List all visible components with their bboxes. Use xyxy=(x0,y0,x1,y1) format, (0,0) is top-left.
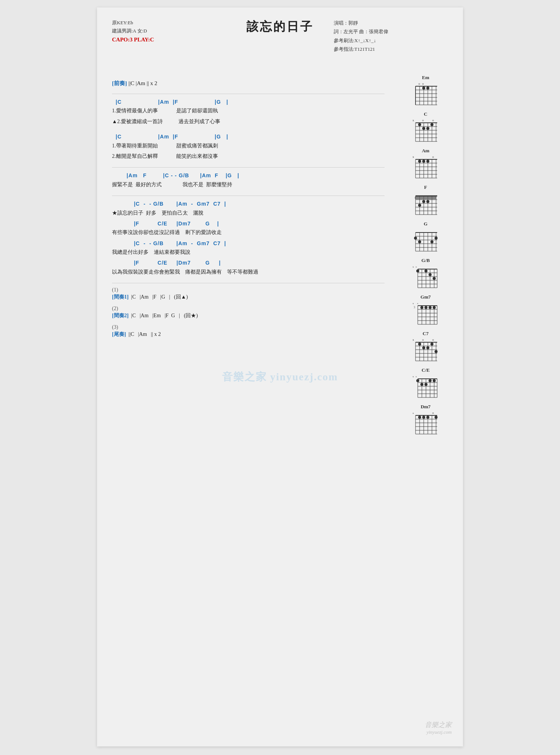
svg-point-52 xyxy=(426,160,429,163)
chord-diagrams: Em o o xyxy=(396,75,455,435)
svg-point-121 xyxy=(433,306,436,309)
outro-chords: ||C |Am || x 2 xyxy=(127,331,161,337)
svg-point-157 xyxy=(420,383,423,386)
prelude-line: [前奏] ||C |Am || x 2 xyxy=(112,80,385,87)
svg-text:x: x xyxy=(413,338,414,341)
svg-point-101 xyxy=(429,273,432,276)
svg-text:o: o xyxy=(422,338,424,341)
suggestion: 建議男調:A 女:D xyxy=(112,27,154,35)
svg-point-160 xyxy=(433,379,436,382)
chorus-lyric1: ★該忘的日子 好多 更怕自己太 灑脫 xyxy=(112,209,385,217)
svg-point-35 xyxy=(430,123,433,126)
watermark-sub: yinyuezj.com xyxy=(425,729,452,735)
prechorus-section: |Am F |C - - G/B |Am F |G | 握緊不是 最好的方式 我… xyxy=(112,171,385,189)
svg-point-176 xyxy=(422,416,425,419)
chord-f-label: F xyxy=(424,184,427,190)
svg-text:3: 3 xyxy=(414,306,415,309)
chorus-lyric2: 有些事沒說你卻也從沒記得過 剩下的愛請收走 xyxy=(112,228,385,237)
svg-text:x: x xyxy=(416,265,417,268)
svg-point-33 xyxy=(422,127,425,130)
interlude1-label: [間奏1] xyxy=(112,294,128,300)
svg-point-83 xyxy=(430,240,433,243)
verse2-lyric2: 2.離開是幫自己解釋 能笑的出來都沒事 xyxy=(112,152,385,160)
watermark: 音樂之家 yinyuezj.com xyxy=(425,720,452,735)
chorus-chord3: |C - - G/B |Am - Gm7 C7 | xyxy=(112,239,385,247)
svg-point-138 xyxy=(422,346,425,349)
verse2-chord: |C |Am |F |G | xyxy=(112,132,385,141)
chord-gb-label: G/B xyxy=(421,258,430,263)
verse1-section: |C |Am |F |G | 1.愛情裡最傷人的事 是認了錯卻還固執 ▲2.愛被… xyxy=(112,98,385,126)
chord-gb: G/B x x xyxy=(396,258,455,289)
verse2-lyric1: 1.帶著期待重新開始 甜蜜或痛苦都諷刺 xyxy=(112,142,385,150)
interlude2-chords: |C |Am |Em |F G | (回★) xyxy=(130,313,198,318)
svg-point-16 xyxy=(422,87,425,90)
svg-text:o: o xyxy=(432,411,434,415)
chord-f: F xyxy=(396,184,455,216)
chord-c7: C7 x o o xyxy=(396,331,455,362)
content-area: [前奏] ||C |Am || x 2 |C |Am |F |G | 1.愛情裡… xyxy=(112,80,385,338)
svg-point-84 xyxy=(435,237,438,240)
svg-point-137 xyxy=(418,343,421,346)
prelude-chords: ||C |Am || x 2 xyxy=(128,80,158,86)
outro: (3) [尾奏] ||C |Am || x 2 xyxy=(112,324,385,338)
chorus-chord1: |C - - G/B |Am - Gm7 C7 | xyxy=(112,200,385,208)
svg-point-50 xyxy=(418,160,421,163)
outro-number: (3) xyxy=(112,324,385,330)
finger-pattern: 參考指法:T121T121 xyxy=(334,45,388,53)
svg-point-140 xyxy=(430,343,433,346)
chord-dm7-label: Dm7 xyxy=(421,404,431,410)
svg-text:x: x xyxy=(413,155,414,159)
chorus-chord4: |F C/E |Dm7 G | xyxy=(112,259,385,267)
chord-gm7: Gm7 x x 3 xyxy=(396,294,455,325)
svg-text:o: o xyxy=(419,82,420,85)
original-key: 原KEY:Eb xyxy=(112,19,154,27)
prelude-label: [前奏] xyxy=(112,80,127,86)
chord-c7-label: C7 xyxy=(423,331,429,337)
chord-c: C x o o xyxy=(396,111,455,143)
svg-point-178 xyxy=(435,416,438,419)
chord-gm7-label: Gm7 xyxy=(420,294,430,300)
svg-text:x: x xyxy=(417,302,419,305)
chorus-lyric4: 以為我假裝說要走你會抱緊我 痛都是因為擁有 等不等都難過 xyxy=(112,268,385,276)
svg-point-175 xyxy=(418,416,421,419)
interlude2-label: [間奏2] xyxy=(112,313,128,318)
chord-am-label: Am xyxy=(422,148,429,154)
verse2-section: |C |Am |F |G | 1.帶著期待重新開始 甜蜜或痛苦都諷刺 2.離開是… xyxy=(112,132,385,160)
chord-g: G xyxy=(396,221,455,252)
verse1-lyric1: 1.愛情裡最傷人的事 是認了錯卻還固執 xyxy=(112,107,385,115)
singer: 演唱：郭靜 xyxy=(334,19,388,27)
svg-text:o: o xyxy=(422,119,424,122)
svg-point-66 xyxy=(422,200,425,203)
chorus-lyric3: 我總是付出好多 連結束都要我說 xyxy=(112,248,385,256)
chord-am: Am x o xyxy=(396,148,455,179)
interlude1: (1) [間奏1] |C |Am |F |G | (回▲) xyxy=(112,287,385,300)
svg-point-177 xyxy=(426,416,429,419)
svg-text:o: o xyxy=(432,119,434,122)
svg-text:x: x xyxy=(416,375,417,378)
svg-point-159 xyxy=(429,379,432,382)
chord-c-label: C xyxy=(424,111,427,117)
prechorus-chord: |Am F |C - - G/B |Am F |G | xyxy=(112,171,385,180)
svg-text:x: x xyxy=(413,375,414,378)
svg-point-82 xyxy=(418,240,421,243)
svg-point-156 xyxy=(416,379,419,382)
meta-left: 原KEY:Eb 建議男調:A 女:D CAPO:3 PLAY:C xyxy=(112,19,154,45)
svg-text:o: o xyxy=(432,338,434,341)
svg-point-119 xyxy=(424,306,427,309)
interlude2: (2) [間奏2] |C |Am |Em |F G | (回★) xyxy=(112,306,385,319)
svg-point-120 xyxy=(429,306,432,309)
svg-text:o: o xyxy=(432,155,434,159)
svg-text:o: o xyxy=(422,82,424,85)
svg-point-51 xyxy=(422,160,425,163)
chord-em: Em o o xyxy=(396,75,455,106)
prechorus-lyric: 握緊不是 最好的方式 我也不是 那麼懂堅持 xyxy=(112,181,385,189)
interlude1-number: (1) xyxy=(112,287,385,293)
capo: CAPO:3 PLAY:C xyxy=(112,35,154,45)
svg-point-141 xyxy=(435,350,438,353)
meta-right: 演唱：郭靜 詞：左光平 曲：張簡君偉 參考刷法:X↑_↓X↑_↓ 參考指法:T1… xyxy=(334,19,388,54)
chorus-chord2: |F C/E |Dm7 G | xyxy=(112,219,385,228)
chord-em-label: Em xyxy=(422,75,429,81)
svg-text:x: x xyxy=(413,412,414,415)
svg-point-158 xyxy=(424,383,427,386)
svg-point-32 xyxy=(418,123,421,126)
